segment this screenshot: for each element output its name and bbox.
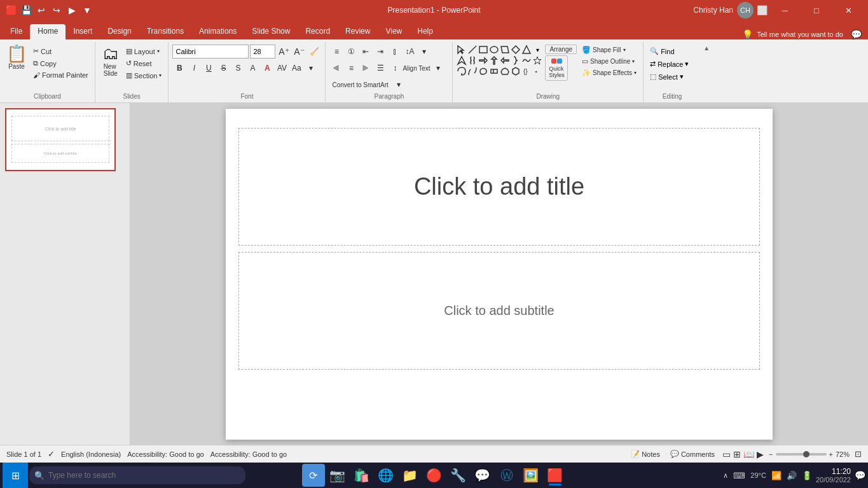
tab-record[interactable]: Record — [298, 24, 338, 39]
convert-smartart-caret[interactable]: ▾ — [392, 78, 406, 92]
save-icon[interactable]: 💾 — [20, 4, 32, 16]
battery-icon[interactable]: 🔋 — [802, 471, 812, 480]
accessibility-label[interactable]: Accessibility: Good to go — [127, 450, 203, 458]
reading-view-icon[interactable]: 📖 — [743, 449, 754, 459]
slide-sorter-icon[interactable]: ⊞ — [733, 449, 741, 459]
shape-arrow-r[interactable] — [478, 55, 488, 66]
shape-s8[interactable]: ⋆ — [532, 66, 542, 76]
convert-smartart-button[interactable]: Convert to SmartArt — [329, 78, 390, 92]
taskbar-search-input[interactable] — [29, 466, 245, 484]
shape-fill-button[interactable]: 🪣 Shape Fill ▾ — [579, 45, 639, 55]
find-button[interactable]: 🔍 Find — [647, 46, 697, 57]
store-app-icon[interactable]: 🛍️ — [350, 464, 373, 487]
ribbon-collapse-button[interactable]: ▲ — [703, 45, 710, 52]
decrease-indent-button[interactable]: ⇤ — [359, 45, 373, 59]
tab-slideshow[interactable]: Slide Show — [244, 24, 298, 39]
network-icon[interactable]: 📶 — [771, 471, 782, 480]
edge-app-icon[interactable]: 🌐 — [375, 464, 397, 487]
reset-button[interactable]: ↺ Reset — [123, 58, 165, 69]
slide-subtitle-area[interactable]: Click to add subtitle — [238, 252, 760, 370]
minimize-button[interactable]: ─ — [770, 0, 799, 20]
increase-font-button[interactable]: A⁺ — [277, 45, 291, 59]
expand-tray-icon[interactable]: ∧ — [723, 471, 728, 480]
align-text-button[interactable]: Align Text — [403, 61, 430, 75]
clock[interactable]: 11:20 20/09/2022 — [816, 467, 851, 484]
chrome-app-icon[interactable]: 🔴 — [423, 464, 446, 487]
increase-indent-button[interactable]: ⇥ — [373, 45, 387, 59]
font-case-caret[interactable]: ▾ — [304, 61, 318, 75]
strikethrough-button[interactable]: S — [216, 61, 230, 75]
zoom-in-icon[interactable]: + — [829, 450, 833, 458]
section-button[interactable]: ▥ Section ▾ — [123, 70, 165, 81]
cut-button[interactable]: ✂ Cut — [31, 46, 91, 57]
justify-button[interactable]: ☰ — [373, 61, 387, 75]
clear-format-button[interactable]: 🧹 — [307, 45, 321, 59]
shape-s6[interactable] — [511, 66, 521, 76]
tab-help[interactable]: Help — [410, 24, 441, 39]
font-color-button[interactable]: A — [260, 61, 274, 75]
photos-app-icon[interactable]: 📷 — [326, 464, 349, 487]
italic-button[interactable]: I — [187, 61, 201, 75]
normal-view-icon[interactable]: ▭ — [722, 449, 731, 459]
maximize-button[interactable]: □ — [802, 0, 831, 20]
shape-s3[interactable] — [478, 66, 488, 76]
column-button[interactable]: ⫿ — [388, 45, 402, 59]
replace-button[interactable]: ⇄ Replace ▾ — [647, 59, 697, 69]
new-slide-button[interactable]: 🗂 NewSlide — [99, 43, 122, 79]
shape-rect[interactable] — [478, 45, 488, 55]
font-name-input[interactable] — [172, 45, 249, 59]
shape-arrow-l[interactable] — [500, 55, 510, 66]
shape-wave[interactable] — [521, 55, 532, 66]
shape-arrow-u[interactable] — [489, 55, 499, 66]
volume-icon[interactable]: 🔊 — [787, 471, 797, 480]
align-left-button[interactable]: ⫷ — [329, 61, 343, 75]
tab-insert[interactable]: Insert — [65, 24, 100, 39]
shape-brace[interactable] — [511, 55, 521, 66]
undo-icon[interactable]: ↩ — [36, 4, 47, 16]
paste-button[interactable]: 📋 Paste — [4, 43, 29, 72]
shape-rhombus[interactable] — [511, 45, 521, 55]
align-text-caret[interactable]: ▾ — [431, 61, 445, 75]
line-spacing-button[interactable]: ↕ — [388, 61, 402, 75]
gallery-app-icon[interactable]: 🖼️ — [520, 464, 542, 487]
shape-effects-button[interactable]: ✨ Shape Effects ▾ — [579, 67, 639, 78]
arrange-button[interactable]: Arrange — [545, 45, 577, 54]
zoom-level[interactable]: 72% — [836, 450, 850, 458]
shape-line[interactable] — [467, 45, 478, 55]
shape-parallelogram[interactable] — [500, 45, 510, 55]
start-button[interactable]: ⊞ — [3, 463, 28, 488]
spell-check-icon[interactable]: ✓ — [48, 449, 55, 459]
shape-circle[interactable] — [489, 45, 499, 55]
language-label[interactable]: English (Indonesia) — [61, 450, 121, 458]
shapes-more-icon[interactable]: ▾ — [532, 45, 542, 55]
shape-outline-button[interactable]: ▭ Shape Outline ▾ — [579, 56, 639, 67]
tab-animations[interactable]: Animations — [191, 24, 244, 39]
clear-char-button[interactable]: A — [245, 61, 259, 75]
tab-review[interactable]: Review — [338, 24, 378, 39]
char-spacing-button[interactable]: AV — [275, 61, 289, 75]
copy-button[interactable]: ⧉ Copy — [31, 58, 91, 69]
close-button[interactable]: ✕ — [834, 0, 863, 20]
uia-app-icon[interactable]: ⟳ — [302, 464, 325, 487]
shape-s4[interactable] — [489, 66, 499, 76]
shape-star[interactable] — [532, 55, 542, 66]
comments-icon[interactable]: 💬 — [851, 29, 862, 39]
numbering-button[interactable]: ① — [344, 45, 358, 59]
zoom-out-icon[interactable]: − — [769, 450, 773, 458]
align-right-button[interactable]: ⫸ — [359, 61, 373, 75]
shape-curly[interactable] — [467, 55, 478, 66]
select-button[interactable]: ⬚ Select ▾ — [647, 71, 697, 82]
customize-icon[interactable]: ▼ — [81, 4, 93, 16]
quick-styles-button[interactable]: QuickStyles — [545, 55, 568, 81]
notes-button[interactable]: 📝 Notes — [628, 449, 663, 459]
text-direction-caret[interactable]: ▾ — [417, 45, 431, 59]
comments-status-button[interactable]: 💬 Comments — [668, 449, 717, 459]
ppt-app-icon[interactable]: 🟥 — [544, 464, 567, 487]
present-icon[interactable]: ▶ — [66, 4, 78, 16]
fit-slide-icon[interactable]: ⊡ — [855, 449, 862, 459]
font-size-input[interactable] — [250, 45, 275, 59]
underline-button[interactable]: U — [202, 61, 216, 75]
bullets-button[interactable]: ≡ — [329, 45, 343, 59]
shape-s7[interactable]: {} — [521, 66, 532, 76]
text-direction-button[interactable]: ↕A — [403, 45, 417, 59]
